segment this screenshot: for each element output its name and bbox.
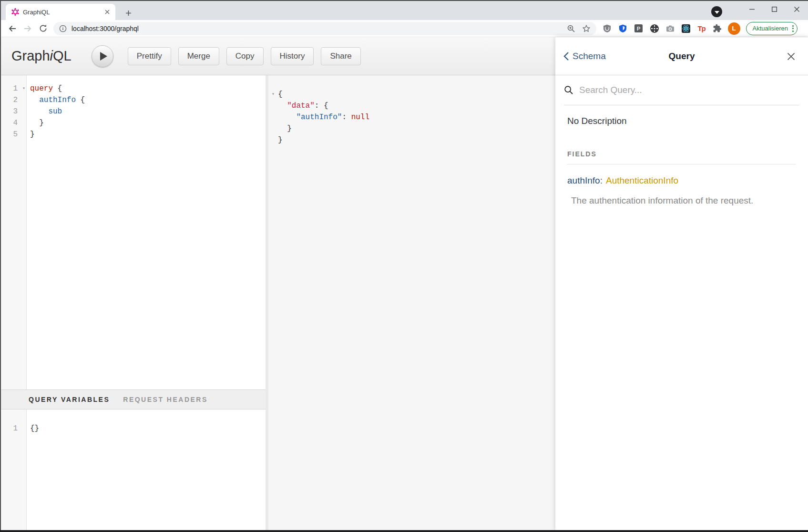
update-label: Aktualisieren bbox=[753, 25, 788, 32]
code-token: "data" bbox=[287, 102, 315, 110]
code-line[interactable]: } bbox=[30, 129, 85, 140]
chrome-update-button[interactable]: Aktualisieren bbox=[746, 22, 798, 35]
doc-explorer-header: Schema Query bbox=[555, 37, 808, 75]
code-token: "authInfo" bbox=[296, 113, 342, 122]
forward-button[interactable] bbox=[20, 21, 35, 36]
line-number: 3 bbox=[0, 106, 26, 117]
history-button[interactable]: History bbox=[271, 47, 314, 65]
window-border-left bbox=[0, 0, 1, 532]
code-line[interactable]: } bbox=[30, 117, 85, 129]
share-button[interactable]: Share bbox=[321, 47, 360, 65]
url-text[interactable]: localhost:3000/graphql bbox=[72, 25, 139, 32]
code-token: sub bbox=[48, 107, 62, 116]
code-line[interactable]: authInfo { bbox=[30, 94, 85, 106]
code-token: } bbox=[30, 119, 44, 127]
fold-arrow-icon[interactable]: ▾ bbox=[272, 89, 275, 100]
browser-tab[interactable]: GraphiQL bbox=[6, 4, 115, 20]
variables-tab-bar: QUERY VARIABLES REQUEST HEADERS bbox=[0, 389, 266, 409]
execute-query-button[interactable] bbox=[92, 45, 113, 67]
ublock-extension-icon[interactable] bbox=[602, 23, 613, 34]
prettify-button[interactable]: Prettify bbox=[128, 47, 171, 65]
code-line[interactable]: sub bbox=[30, 106, 85, 117]
request-headers-tab[interactable]: REQUEST HEADERS bbox=[123, 396, 208, 403]
code-token: } bbox=[30, 130, 35, 139]
line-number: 2 bbox=[0, 94, 26, 106]
code-token: authInfo bbox=[39, 96, 76, 104]
code-token bbox=[30, 96, 39, 104]
browser-tab-strip: GraphiQL bbox=[0, 1, 808, 20]
tp-extension-icon[interactable]: Tp bbox=[696, 23, 707, 34]
taskbar-edge bbox=[0, 530, 808, 532]
line-number: 5 bbox=[0, 129, 26, 140]
query-editor[interactable]: 1▾2345 query { authInfo { sub }} bbox=[0, 75, 266, 389]
tab-search-button[interactable] bbox=[711, 6, 722, 17]
code-token: : { bbox=[315, 102, 328, 110]
merge-button[interactable]: Merge bbox=[178, 47, 219, 65]
line-number: 1 bbox=[0, 423, 26, 434]
doc-search-box[interactable] bbox=[564, 75, 799, 105]
tab-close-icon[interactable] bbox=[103, 8, 112, 16]
caret-down-icon bbox=[715, 11, 719, 14]
extensions-row: P bbox=[602, 22, 740, 35]
fields-heading: FIELDS bbox=[567, 150, 799, 158]
code-line[interactable]: {} bbox=[30, 423, 39, 434]
variables-editor-code[interactable]: {} bbox=[27, 409, 39, 530]
reload-button[interactable] bbox=[35, 21, 51, 36]
address-bar[interactable]: localhost:3000/graphql bbox=[53, 22, 596, 35]
copy-button[interactable]: Copy bbox=[226, 47, 264, 65]
variables-editor[interactable]: 1 {} bbox=[0, 409, 266, 530]
doc-back-link[interactable]: Schema bbox=[563, 51, 606, 61]
doc-explorer-panel: Schema Query No Description FIELDS authI… bbox=[555, 37, 808, 530]
result-pane: ▾ { "data": { "authInfo": null }} bbox=[268, 75, 555, 530]
profile-avatar[interactable]: L bbox=[728, 22, 740, 35]
code-token: {} bbox=[30, 424, 39, 433]
code-token: } bbox=[278, 136, 283, 144]
bookmark-star-icon[interactable] bbox=[582, 24, 591, 33]
doc-back-label[interactable]: Schema bbox=[573, 51, 606, 61]
crosshair-extension-icon[interactable] bbox=[649, 23, 660, 34]
code-line[interactable]: query { bbox=[30, 83, 85, 94]
query-pane: 1▾2345 query { authInfo { sub }} QUERY V… bbox=[0, 75, 266, 530]
menu-kebab-icon[interactable] bbox=[792, 25, 794, 32]
doc-search-input[interactable] bbox=[579, 85, 799, 95]
field-type-link[interactable]: AuthenticationInfo bbox=[606, 175, 678, 185]
camera-extension-icon[interactable] bbox=[665, 23, 675, 34]
field-row: authInfo:AuthenticationInfo bbox=[567, 175, 799, 186]
info-icon[interactable] bbox=[59, 25, 67, 32]
new-tab-button[interactable] bbox=[122, 7, 134, 19]
play-icon bbox=[100, 52, 107, 61]
code-line[interactable]: } bbox=[278, 134, 555, 146]
code-token: } bbox=[278, 124, 292, 133]
code-line[interactable]: "authInfo": null bbox=[278, 112, 555, 123]
back-button[interactable] bbox=[5, 21, 20, 36]
extensions-puzzle-icon[interactable] bbox=[712, 23, 723, 34]
code-token: { bbox=[53, 84, 62, 93]
code-token: { bbox=[76, 96, 85, 104]
maximize-button[interactable] bbox=[763, 1, 786, 17]
react-devtools-icon[interactable] bbox=[681, 23, 691, 34]
tab-title: GraphiQL bbox=[23, 9, 99, 16]
close-button[interactable] bbox=[786, 1, 808, 17]
field-description: The authentication information of the re… bbox=[567, 195, 799, 206]
code-line[interactable]: } bbox=[278, 123, 555, 134]
code-line[interactable]: "data": { bbox=[278, 100, 555, 112]
code-token: null bbox=[351, 113, 369, 122]
graphiql-logo: GraphiQL bbox=[11, 48, 72, 64]
result-viewer[interactable]: ▾ { "data": { "authInfo": null }} bbox=[268, 75, 555, 146]
variables-editor-gutter: 1 bbox=[0, 409, 27, 530]
query-variables-tab[interactable]: QUERY VARIABLES bbox=[29, 396, 110, 403]
extension-p-icon[interactable]: P bbox=[634, 23, 644, 34]
line-number: 1▾ bbox=[0, 83, 26, 94]
bitwarden-extension-icon[interactable] bbox=[618, 23, 628, 34]
field-name-link[interactable]: authInfo bbox=[567, 175, 600, 185]
code-line[interactable]: { bbox=[278, 89, 555, 100]
doc-close-icon[interactable] bbox=[785, 51, 797, 62]
zoom-icon[interactable] bbox=[567, 24, 575, 33]
minimize-button[interactable] bbox=[741, 1, 763, 17]
query-editor-code[interactable]: query { authInfo { sub }} bbox=[27, 75, 85, 389]
result-code-lines: { "data": { "authInfo": null }} bbox=[278, 89, 555, 146]
fold-arrow-icon[interactable]: ▾ bbox=[22, 83, 25, 94]
code-token: { bbox=[278, 90, 283, 99]
line-number: 4 bbox=[0, 117, 26, 129]
field-separator: : bbox=[600, 175, 603, 185]
